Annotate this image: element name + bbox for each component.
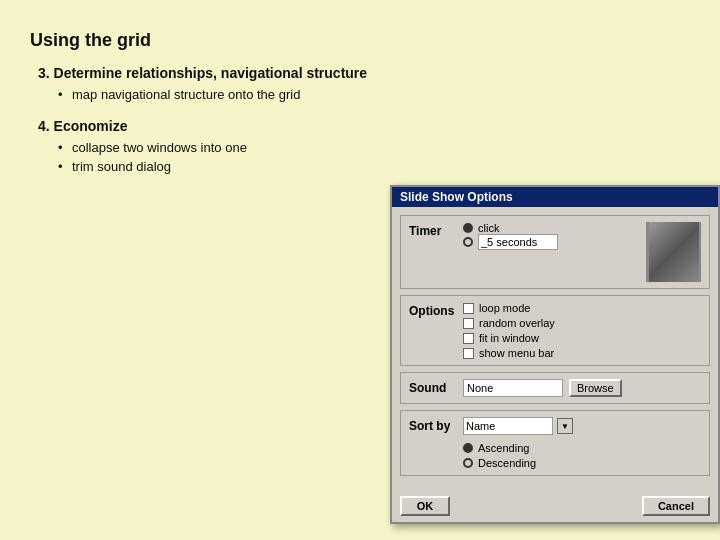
sound-row: Sound Browse: [400, 372, 710, 404]
timer-row: Timer click: [400, 215, 710, 289]
sort-select-row: ▼: [463, 417, 701, 435]
section-4-heading: 4. Economize: [38, 118, 690, 134]
list-item: map navigational structure onto the grid: [58, 87, 690, 102]
ascending-label: Ascending: [478, 442, 529, 454]
cancel-button[interactable]: Cancel: [642, 496, 710, 516]
descending-label: Descending: [478, 457, 536, 469]
random-overlay-checkbox[interactable]: [463, 318, 474, 329]
dialog-title: Slide Show Options: [400, 190, 513, 204]
show-menu-bar-option[interactable]: show menu bar: [463, 347, 701, 359]
slide-show-options-dialog: Slide Show Options Timer click: [390, 185, 720, 524]
timer-seconds-option[interactable]: [463, 234, 640, 250]
descending-option[interactable]: Descending: [463, 457, 701, 469]
radio-seconds-empty: [463, 237, 473, 247]
fit-in-window-checkbox[interactable]: [463, 333, 474, 344]
options-checkboxes: loop mode random overlay fit in window s…: [463, 302, 701, 359]
radio-click-filled: [463, 223, 473, 233]
dialog-body: Timer click: [392, 207, 718, 490]
timer-options: click: [463, 222, 701, 282]
fit-in-window-option[interactable]: fit in window: [463, 332, 701, 344]
list-item: collapse two windows into one: [58, 140, 690, 155]
sound-content: Browse: [463, 379, 701, 397]
thumbnail-area: [646, 222, 701, 282]
ascending-option[interactable]: Ascending: [463, 442, 701, 454]
page-title: Using the grid: [30, 30, 690, 51]
timer-label: Timer: [409, 222, 463, 238]
dialog-buttons: OK Cancel: [392, 490, 718, 522]
timer-options-with-thumb: click: [463, 222, 701, 282]
sort-content: ▼ Ascending Descending: [463, 417, 701, 469]
sort-row: Sort by ▼ Ascending Descending: [400, 410, 710, 476]
loop-mode-checkbox[interactable]: [463, 303, 474, 314]
sound-label: Sound: [409, 379, 463, 395]
random-overlay-option[interactable]: random overlay: [463, 317, 701, 329]
sound-input[interactable]: [463, 379, 563, 397]
dialog-title-bar: Slide Show Options: [392, 187, 718, 207]
loop-mode-option[interactable]: loop mode: [463, 302, 701, 314]
options-label: Options: [409, 302, 463, 318]
sort-by-label: Sort by: [409, 417, 463, 433]
section-4: 4. Economize collapse two windows into o…: [30, 118, 690, 174]
timer-click-label: click: [478, 222, 499, 234]
loop-mode-label: loop mode: [479, 302, 530, 314]
section-3-list: map navigational structure onto the grid: [38, 87, 690, 102]
main-content: Using the grid 3. Determine relationship…: [0, 0, 720, 210]
sort-select-input[interactable]: [463, 417, 553, 435]
radio-ascending-filled: [463, 443, 473, 453]
sort-dropdown-arrow[interactable]: ▼: [557, 418, 573, 434]
ok-button[interactable]: OK: [400, 496, 450, 516]
sound-inner: Browse: [463, 379, 701, 397]
show-menu-bar-label: show menu bar: [479, 347, 554, 359]
options-row: Options loop mode random overlay fit in …: [400, 295, 710, 366]
browse-button[interactable]: Browse: [569, 379, 622, 397]
random-overlay-label: random overlay: [479, 317, 555, 329]
thumbnail-image: [649, 222, 699, 282]
list-item: trim sound dialog: [58, 159, 690, 174]
timer-radio-group: click: [463, 222, 640, 250]
radio-descending-empty: [463, 458, 473, 468]
fit-in-window-label: fit in window: [479, 332, 539, 344]
section-3-heading: 3. Determine relationships, navigational…: [38, 65, 690, 81]
timer-click-option[interactable]: click: [463, 222, 640, 234]
section-4-list: collapse two windows into one trim sound…: [38, 140, 690, 174]
show-menu-bar-checkbox[interactable]: [463, 348, 474, 359]
section-3: 3. Determine relationships, navigational…: [30, 65, 690, 102]
timer-seconds-input[interactable]: [478, 234, 558, 250]
